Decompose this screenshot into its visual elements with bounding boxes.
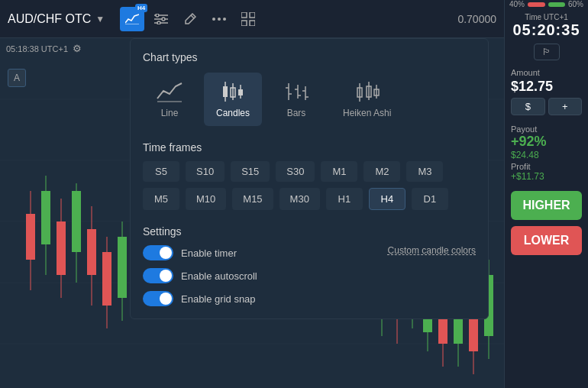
chart-settings-panel: Chart types Line Candles xyxy=(130,38,489,319)
timer-label: Enable timer xyxy=(181,247,237,259)
svg-rect-8 xyxy=(41,191,50,244)
grid-snap-label: Enable grid snap xyxy=(181,293,256,305)
grid-snap-toggle-row: Enable grid snap xyxy=(143,291,257,306)
payout-amount: $24.48 xyxy=(511,150,582,160)
profit-label: Profit xyxy=(511,162,582,171)
higher-progress-bar xyxy=(548,2,565,7)
flag-section: 🏳 xyxy=(505,44,588,60)
tf-m10[interactable]: M10 xyxy=(186,188,226,210)
sidebar: 40% 60% Time UTC+1 05:20:35 🏳 Amount $12… xyxy=(504,0,588,388)
tf-h1[interactable]: H1 xyxy=(326,188,363,210)
countdown-timer: 05:20:35 xyxy=(505,21,588,39)
tf-m1[interactable]: M1 xyxy=(321,161,357,182)
settings-row: Enable timer Enable autoscroll Enable gr… xyxy=(143,245,476,306)
profit-value: +$11.73 xyxy=(511,171,582,182)
enable-autoscroll-toggle[interactable] xyxy=(143,268,173,283)
progress-left-label: 40% xyxy=(509,0,525,8)
amount-label: Amount xyxy=(511,68,582,77)
svg-rect-10 xyxy=(57,221,66,275)
chart-type-candles[interactable]: Candles xyxy=(204,73,262,126)
svg-rect-16 xyxy=(102,252,111,306)
payout-section: Payout +92% $24.48 Profit +$11.73 xyxy=(505,120,588,186)
timer-section: Time UTC+1 05:20:35 xyxy=(505,8,588,40)
autoscroll-toggle-row: Enable autoscroll xyxy=(143,268,257,283)
current-price: 0.70000 xyxy=(457,13,496,25)
svg-point-43 xyxy=(212,18,215,21)
svg-rect-12 xyxy=(72,191,81,252)
pair-dropdown-icon: ▼ xyxy=(95,14,105,24)
svg-point-45 xyxy=(223,18,226,21)
amount-controls: $ + xyxy=(511,98,582,115)
progress-bars: 40% 60% xyxy=(505,0,588,8)
gear-icon[interactable]: ⚙ xyxy=(73,43,82,54)
a-label: A xyxy=(8,69,26,87)
svg-rect-47 xyxy=(250,12,255,18)
svg-rect-56 xyxy=(238,89,243,95)
custom-candle-colors-button[interactable]: Custom candle colors xyxy=(388,245,476,256)
lower-button[interactable]: LOWER xyxy=(511,226,582,255)
chart-type-heiken-ashi[interactable]: Heiken Ashi xyxy=(331,73,403,126)
svg-rect-69 xyxy=(367,86,371,97)
tf-s30[interactable]: S30 xyxy=(276,161,315,182)
tf-h4[interactable]: H4 xyxy=(369,188,405,210)
svg-point-44 xyxy=(218,18,221,21)
tf-s5[interactable]: S5 xyxy=(143,161,179,182)
enable-grid-snap-toggle[interactable] xyxy=(143,291,173,306)
top-bar: AUD/CHF OTC ▼ H4 xyxy=(0,0,504,38)
chart-type-button[interactable]: H4 xyxy=(120,7,144,31)
amount-section: Amount $12.75 $ + xyxy=(505,63,588,120)
lower-progress-bar xyxy=(528,2,544,7)
svg-rect-67 xyxy=(357,88,362,97)
pair-name: AUD/CHF OTC xyxy=(8,12,91,26)
chart-type-bars[interactable]: Bars xyxy=(270,73,323,126)
svg-rect-48 xyxy=(241,21,247,26)
settings-toggles: Enable timer Enable autoscroll Enable gr… xyxy=(143,245,257,306)
tf-s10[interactable]: S10 xyxy=(186,161,225,182)
svg-rect-46 xyxy=(241,12,247,18)
svg-rect-54 xyxy=(231,88,235,97)
pencil-button[interactable] xyxy=(178,7,202,31)
svg-rect-49 xyxy=(250,21,255,26)
higher-button[interactable]: HIGHER xyxy=(511,191,582,220)
tf-d1[interactable]: D1 xyxy=(412,188,448,210)
pair-selector[interactable]: AUD/CHF OTC ▼ xyxy=(8,12,105,26)
tf-s15[interactable]: S15 xyxy=(231,161,270,182)
tf-m30[interactable]: M30 xyxy=(279,188,320,210)
chart-types-title: Chart types xyxy=(143,51,476,63)
svg-rect-6 xyxy=(26,214,35,260)
tf-m2[interactable]: M2 xyxy=(363,161,400,182)
enable-timer-toggle[interactable] xyxy=(143,245,173,260)
time-frames-title: Time frames xyxy=(143,141,476,154)
svg-point-40 xyxy=(162,18,165,21)
currency-button[interactable]: $ xyxy=(511,98,545,115)
timer-toggle-row: Enable timer xyxy=(143,245,257,260)
payout-percentage: +92% xyxy=(511,134,582,150)
svg-rect-71 xyxy=(374,89,379,95)
tf-m5[interactable]: M5 xyxy=(143,188,179,210)
flag-button[interactable]: 🏳 xyxy=(534,44,560,60)
tf-m3[interactable]: M3 xyxy=(406,161,443,182)
chart-types-row: Line Candles xyxy=(143,73,476,126)
payout-label: Payout xyxy=(511,124,582,134)
svg-point-39 xyxy=(156,14,159,17)
chart-time: 05:18:38 UTC+1 xyxy=(6,44,68,53)
tf-m15[interactable]: M15 xyxy=(232,188,273,210)
svg-rect-52 xyxy=(223,86,228,97)
svg-rect-14 xyxy=(87,229,96,275)
time-utc-label: Time UTC+1 xyxy=(505,13,588,21)
toolbar: H4 xyxy=(120,7,260,31)
time-frames-grid: S5 S10 S15 S30 M1 M2 M3 M5 M10 M15 M30 H… xyxy=(143,161,476,210)
progress-right-label: 60% xyxy=(568,0,583,8)
grid-button[interactable] xyxy=(236,7,260,31)
svg-line-42 xyxy=(191,15,194,18)
chart-badge: H4 xyxy=(135,4,147,12)
chart-type-line[interactable]: Line xyxy=(143,73,196,126)
amount-value: $12.75 xyxy=(511,79,582,95)
svg-rect-18 xyxy=(118,237,127,298)
settings-title: Settings xyxy=(143,225,476,238)
settings-icon-button[interactable] xyxy=(149,7,173,31)
svg-point-41 xyxy=(157,21,160,24)
add-amount-button[interactable]: + xyxy=(548,98,583,115)
more-button[interactable] xyxy=(207,7,231,31)
autoscroll-label: Enable autoscroll xyxy=(181,270,257,282)
